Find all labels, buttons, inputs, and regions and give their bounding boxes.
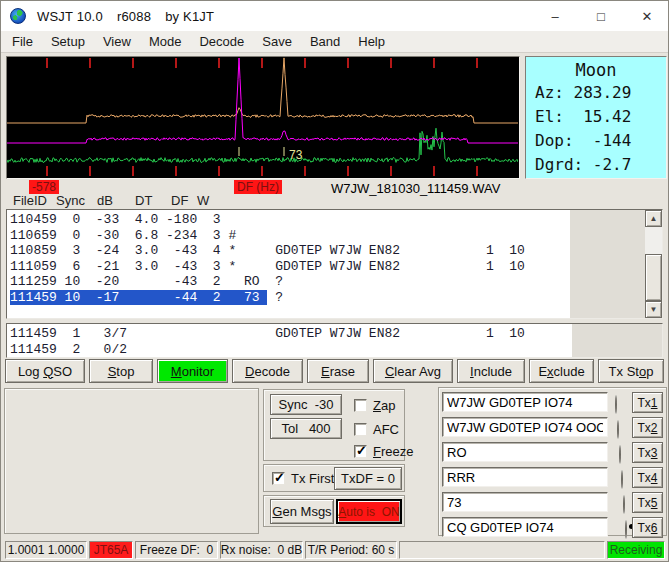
tx6-button[interactable]: Tx6: [632, 517, 663, 538]
spectrum-svg: 73: [7, 57, 518, 177]
monitor-button[interactable]: Monitor: [157, 359, 228, 383]
menu-file[interactable]: File: [3, 32, 42, 51]
average-text-area[interactable]: 111459 1 3/7 GD0TEP W7JW EN82 1 10 11145…: [6, 323, 663, 358]
auto-on-button[interactable]: Auto is ON: [336, 499, 402, 524]
decode-text-area[interactable]: 110459 0 -33 4.0 -180 3 110659 0 -30 6.8…: [6, 209, 663, 319]
moon-doppler: Dop: -144: [526, 129, 666, 153]
tr-period-status: T/R Period: 60 s: [305, 541, 397, 559]
tx1-message-input[interactable]: [442, 392, 608, 412]
decode-line-selected[interactable]: 111459 10 -17 -44 2 73 ?: [10, 290, 570, 306]
gen-msgs-button[interactable]: Gen Msgs: [270, 499, 334, 524]
tx4-message-input[interactable]: [442, 467, 608, 487]
freeze-checkbox-row[interactable]: Freeze: [354, 444, 413, 459]
marker-73-label: 73: [289, 148, 303, 162]
col-sync: Sync: [56, 193, 85, 208]
tx-first-group: Tx First TxDF = 0: [263, 464, 405, 492]
afc-checkbox[interactable]: [354, 423, 367, 436]
app-name: WSJT 10.0: [37, 9, 103, 24]
log-qso-button[interactable]: Log QSO: [5, 359, 85, 383]
action-button-row: Log QSO Stop Monitor Decode Erase Clear …: [5, 359, 664, 383]
clear-avg-button[interactable]: Clear Avg: [373, 359, 453, 383]
magenta-trace: [7, 58, 518, 143]
tx1-radio[interactable]: [615, 395, 617, 414]
decode-line: 111259 10 -20 -43 2 RO ?: [10, 274, 570, 290]
decode-button[interactable]: Decode: [232, 359, 303, 383]
tx2-radio[interactable]: [617, 420, 619, 439]
tx4-radio[interactable]: [621, 470, 623, 489]
scrollbar-thumb[interactable]: [645, 254, 662, 301]
col-fileid: FileID: [13, 193, 47, 208]
avg-line: 111459 2 0/2: [10, 342, 572, 358]
sync-controls-group: Sync -30 Zap Tol 400 AFC Freeze: [263, 389, 405, 461]
decode-text-content: 110459 0 -33 4.0 -180 3 110659 0 -30 6.8…: [7, 210, 570, 318]
title-bar: WSJT 10.0r6088by K1JT – □ ✕: [1, 1, 669, 31]
tx2-button[interactable]: Tx2: [632, 417, 663, 438]
tx3-button[interactable]: Tx3: [632, 442, 663, 463]
menu-view[interactable]: View: [94, 32, 140, 51]
col-dt: DT: [135, 193, 152, 208]
col-w: W: [197, 193, 209, 208]
scroll-up-icon[interactable]: ▲: [645, 210, 662, 227]
moon-elevation: El: 15.42: [526, 105, 666, 129]
df-hz-badge: DF (Hz): [234, 180, 282, 194]
tx3-message-input[interactable]: [442, 442, 608, 462]
col-db: dB: [97, 193, 113, 208]
tx-stop-button[interactable]: Tx Stop: [598, 359, 664, 383]
tx1-button[interactable]: Tx1: [632, 392, 663, 413]
tx-first-label: Tx First: [291, 471, 334, 486]
tx3-radio[interactable]: [619, 445, 621, 464]
tx5-radio[interactable]: [623, 495, 625, 514]
sync-threshold-button[interactable]: Sync -30: [270, 394, 342, 415]
exclude-button[interactable]: Exclude: [529, 359, 594, 383]
selected-decode-after: ?: [267, 290, 283, 305]
include-button[interactable]: Include: [457, 359, 525, 383]
app-globe-icon: [10, 8, 26, 24]
wsjt-main-window: WSJT 10.0r6088by K1JT – □ ✕ File Setup V…: [0, 0, 669, 562]
tx4-button[interactable]: Tx4: [632, 467, 663, 488]
menu-decode[interactable]: Decode: [190, 32, 253, 51]
menu-mode[interactable]: Mode: [140, 32, 191, 51]
spectrum-plot[interactable]: 73: [6, 56, 520, 179]
decode-line: 110859 3 -24 3.0 -43 4 * GD0TEP W7JW EN8…: [10, 243, 570, 259]
average-text-content: 111459 1 3/7 GD0TEP W7JW EN82 1 10 11145…: [7, 324, 572, 357]
freeze-df-status: Freeze DF: 0: [135, 541, 218, 559]
txdf-button[interactable]: TxDF = 0: [334, 467, 402, 490]
station-group: To radio: Lookup Grid: Add Az: 291 3526 …: [4, 388, 259, 534]
moon-azimuth: Az: 283.29: [526, 81, 666, 105]
maximize-button[interactable]: □: [578, 1, 624, 31]
status-spacer: [399, 541, 605, 559]
tx-messages-group: Tx1 Tx2 Tx3 Tx4 Tx5 Tx6: [438, 387, 667, 536]
stop-button[interactable]: Stop: [89, 359, 153, 383]
receiving-status-badge: Receiving: [607, 541, 665, 559]
menu-save[interactable]: Save: [253, 32, 301, 51]
menu-band[interactable]: Band: [301, 32, 349, 51]
window-controls: – □ ✕: [532, 1, 669, 31]
col-df: DF: [171, 193, 188, 208]
decode-scrollbar[interactable]: ▲ ▼: [645, 210, 662, 318]
freeze-checkbox[interactable]: [354, 445, 367, 458]
afc-checkbox-row[interactable]: AFC: [354, 422, 399, 437]
zap-checkbox[interactable]: [354, 399, 367, 412]
tx-first-checkbox[interactable]: [272, 472, 285, 485]
menu-help[interactable]: Help: [349, 32, 394, 51]
close-button[interactable]: ✕: [624, 1, 669, 31]
green-trace: [7, 128, 518, 162]
tolerance-button[interactable]: Tol 400: [270, 418, 342, 439]
freq-ratio-status: 1.0001 1.0000: [5, 541, 87, 559]
tx5-message-input[interactable]: [442, 492, 608, 512]
zap-checkbox-row[interactable]: Zap: [354, 398, 395, 413]
mode-status-badge: JT65A: [89, 541, 133, 559]
scroll-down-icon[interactable]: ▼: [645, 301, 662, 318]
window-title: WSJT 10.0r6088by K1JT: [37, 9, 228, 24]
tx2-message-input[interactable]: [442, 417, 608, 437]
decode-column-headers: FileID Sync dB DT DF W: [1, 193, 669, 208]
tx6-message-input[interactable]: [442, 517, 608, 537]
tx6-radio[interactable]: [625, 520, 627, 539]
decode-line: 111059 6 -21 3.0 -43 3 * GD0TEP W7JW EN8…: [10, 259, 570, 275]
tx5-button[interactable]: Tx5: [632, 492, 663, 513]
tx-first-checkbox-row[interactable]: Tx First: [272, 471, 334, 486]
erase-button[interactable]: Erase: [307, 359, 369, 383]
avg-line: 111459 1 3/7 GD0TEP W7JW EN82 1 10: [10, 326, 572, 342]
minimize-button[interactable]: –: [532, 1, 578, 31]
menu-setup[interactable]: Setup: [42, 32, 94, 51]
